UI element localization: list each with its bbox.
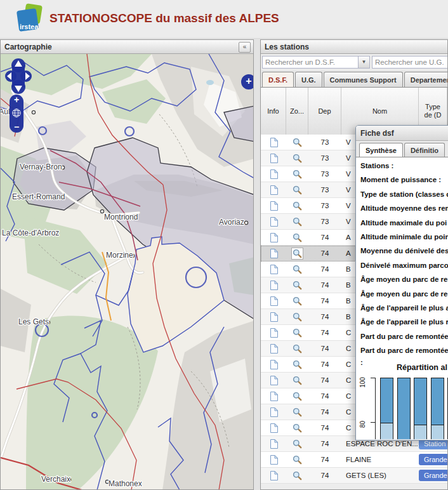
map-place-label: Verchaix — [41, 475, 70, 484]
document-info-icon[interactable] — [268, 184, 279, 196]
magnifier-zoom-icon[interactable] — [291, 184, 303, 196]
tab-d-s-f[interactable]: D.S.F. — [262, 72, 294, 87]
zoom-cell — [286, 198, 308, 213]
fiche-dsf-body: SynthèseDéfinitio Stations :Moment de pu… — [356, 141, 448, 440]
magnifier-zoom-icon[interactable] — [291, 390, 303, 402]
magnifier-zoom-icon[interactable] — [291, 168, 303, 180]
map-expand-button[interactable]: + — [241, 74, 253, 89]
type-cell: Grande — [419, 468, 448, 483]
fiche-dsf-window-title[interactable]: Fiche dsf — [356, 126, 448, 141]
dsf-search-combo[interactable]: Rechercher un D.S.F. ▼ — [262, 56, 370, 69]
magnifier-zoom-icon[interactable] — [291, 422, 303, 434]
magnifier-zoom-icon[interactable] — [291, 136, 303, 149]
zoom-cell — [286, 373, 308, 388]
zoom-cell — [286, 262, 308, 277]
map-canvas[interactable]: St-Jean-d'AulpsVernay-BronEssert-RomandL… — [1, 54, 253, 489]
dep-cell: 73 — [308, 182, 341, 197]
document-info-icon[interactable] — [268, 152, 279, 164]
document-info-icon[interactable] — [268, 311, 279, 323]
document-info-icon[interactable] — [268, 263, 279, 275]
zoom-cell — [286, 277, 308, 293]
fiche-field-label: Âge de l'appareil le plus r — [360, 315, 448, 329]
magnifier-zoom-icon[interactable] — [291, 438, 303, 450]
station-type-badge[interactable]: Grande — [419, 470, 448, 481]
document-info-icon[interactable] — [268, 343, 279, 355]
fiche-field-label: Altitude maximale du poi — [360, 216, 448, 230]
chart-bar — [431, 378, 444, 439]
document-info-icon[interactable] — [268, 374, 279, 387]
document-info-icon[interactable] — [268, 168, 279, 180]
document-info-icon[interactable] — [268, 454, 279, 466]
collapse-panel-button[interactable]: « — [239, 42, 251, 53]
document-info-icon[interactable] — [268, 232, 279, 244]
zoom-cell — [286, 341, 308, 356]
map-panel: Cartographie « — [0, 39, 254, 490]
magnifier-zoom-icon[interactable] — [291, 152, 303, 164]
table-row[interactable]: 74FLAINEGrande — [261, 452, 447, 468]
fiche-field-label: Âge de l'appareil le plus a — [360, 301, 448, 315]
station-type-badge[interactable]: Grande — [419, 454, 448, 465]
magnifier-zoom-icon[interactable] — [291, 232, 303, 244]
magnifier-zoom-icon[interactable] — [291, 248, 303, 260]
magnifier-zoom-icon[interactable] — [291, 263, 303, 275]
info-cell — [261, 293, 286, 308]
table-row[interactable]: 74GETS (LES)Grande — [261, 468, 447, 484]
magnifier-zoom-icon[interactable] — [291, 454, 303, 466]
column-header-zoom[interactable]: Zo... — [286, 88, 308, 135]
document-info-icon[interactable] — [268, 406, 279, 418]
dep-cell: 74 — [308, 341, 341, 356]
dep-cell: 74 — [308, 388, 341, 404]
info-cell — [261, 246, 286, 261]
magnifier-zoom-icon[interactable] — [291, 327, 303, 339]
tab-communes-support[interactable]: Communes Support — [324, 72, 403, 87]
document-info-icon[interactable] — [268, 327, 279, 339]
place-marker-dot — [244, 221, 247, 224]
document-info-icon[interactable] — [268, 248, 279, 260]
document-info-icon[interactable] — [268, 200, 279, 212]
document-info-icon[interactable] — [268, 390, 279, 402]
document-info-icon[interactable] — [268, 295, 279, 307]
map-place-label: Mathonex — [109, 479, 142, 488]
tab-u-g[interactable]: U.G. — [295, 72, 322, 87]
map-pan-control[interactable] — [4, 58, 32, 95]
dep-cell: 74 — [308, 452, 341, 467]
irstea-logo: irstea — [16, 3, 44, 36]
document-info-icon[interactable] — [268, 422, 279, 434]
magnifier-zoom-icon[interactable] — [291, 374, 303, 387]
magnifier-zoom-icon[interactable] — [291, 216, 303, 228]
document-info-icon[interactable] — [268, 359, 279, 371]
magnifier-zoom-icon[interactable] — [291, 200, 303, 212]
magnifier-zoom-icon[interactable] — [291, 279, 303, 291]
dep-cell: 74 — [308, 230, 341, 245]
zoom-out-button[interactable]: − — [10, 122, 23, 132]
document-info-icon[interactable] — [268, 136, 279, 149]
document-info-icon[interactable] — [268, 470, 279, 482]
ug-search-placeholder[interactable]: Rechercher une U.G. — [372, 58, 448, 66]
magnifier-zoom-icon[interactable] — [291, 470, 303, 482]
info-cell — [261, 230, 286, 245]
fiche-tab-définitio[interactable]: Définitio — [404, 143, 445, 157]
fiche-field-label: Dénivelé maximum parco — [360, 258, 448, 272]
magnifier-zoom-icon[interactable] — [291, 311, 303, 323]
magnifier-zoom-icon[interactable] — [291, 359, 303, 371]
search-row: Rechercher un D.S.F. ▼ Rechercher une U.… — [261, 54, 447, 70]
dsf-search-placeholder[interactable]: Rechercher un D.S.F. — [263, 58, 358, 66]
magnifier-zoom-icon[interactable] — [291, 343, 303, 355]
map-viewport[interactable]: St-Jean-d'AulpsVernay-BronEssert-RomandL… — [1, 54, 253, 489]
document-info-icon[interactable] — [268, 438, 279, 450]
document-info-icon[interactable] — [268, 216, 279, 228]
column-header-info[interactable]: Info — [261, 88, 286, 135]
magnifier-zoom-icon[interactable] — [291, 295, 303, 307]
ug-search-combo[interactable]: Rechercher une U.G. — [372, 56, 448, 69]
chevron-down-icon[interactable]: ▼ — [358, 56, 369, 68]
map-zoom-control[interactable]: + − — [10, 95, 23, 133]
zoom-in-button[interactable]: + — [10, 95, 23, 105]
magnifier-zoom-icon[interactable] — [291, 406, 303, 418]
document-info-icon[interactable] — [268, 279, 279, 291]
fiche-tab-synthèse[interactable]: Synthèse — [359, 143, 403, 157]
dep-cell: 73 — [308, 166, 341, 182]
globe-extent-icon[interactable] — [11, 108, 22, 118]
tab-departement[interactable]: Departement — [404, 72, 448, 87]
column-header-dep[interactable]: Dep — [308, 88, 341, 135]
chart-bar-lower-segment — [381, 423, 393, 439]
